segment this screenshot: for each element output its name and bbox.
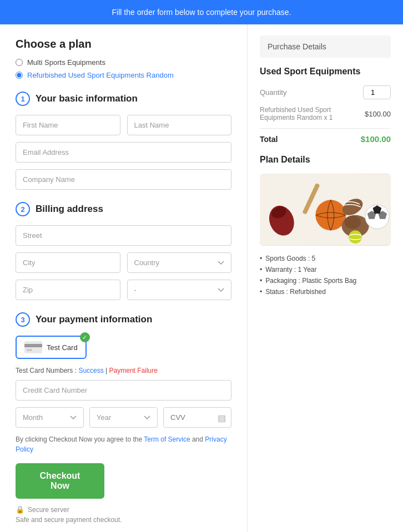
test-card-label: Test Card Numbers : bbox=[16, 367, 77, 374]
banner-text: Fill the order form below to complete yo… bbox=[112, 8, 291, 17]
section-number-1: 1 bbox=[16, 92, 30, 106]
state-select[interactable]: - bbox=[127, 280, 232, 300]
section-title-1: Your basic information bbox=[36, 93, 138, 104]
section-number-2: 2 bbox=[16, 202, 30, 216]
cvv-icon: ▤ bbox=[218, 412, 226, 423]
feature-2: • Packaging : Plastic Sports Bag bbox=[260, 277, 391, 285]
feature-label-2: Packaging : Plastic Sports Bag bbox=[265, 277, 356, 285]
svg-rect-2 bbox=[27, 349, 32, 351]
item-row: Refurbished Used Sport Equipments Random… bbox=[260, 106, 391, 121]
svg-point-7 bbox=[315, 200, 346, 230]
plan-details-title: Plan Details bbox=[260, 155, 391, 165]
cc-number-input[interactable] bbox=[16, 380, 231, 401]
name-row bbox=[16, 115, 231, 135]
svg-rect-1 bbox=[24, 344, 42, 347]
email-input[interactable] bbox=[16, 142, 231, 163]
email-row bbox=[16, 142, 231, 163]
city-country-row: Country bbox=[16, 252, 231, 273]
section-title-3: Your payment information bbox=[36, 314, 152, 325]
feature-label-1: Warranty : 1 Year bbox=[265, 266, 316, 273]
plan-label-refurbished: Refurbished Used Sport Equipments Random bbox=[27, 71, 174, 79]
right-panel: Purchase Details Used Sport Equipments Q… bbox=[248, 24, 403, 532]
product-title: Used Sport Equipments bbox=[260, 67, 391, 77]
plan-radio-multi[interactable] bbox=[16, 59, 23, 66]
total-label: Total bbox=[260, 135, 278, 144]
terms-text: By clicking Checkout Now you agree to th… bbox=[16, 434, 231, 454]
feature-3: • Status : Refurbished bbox=[260, 288, 391, 296]
left-panel: Choose a plan Multi Sports Equipments Re… bbox=[0, 24, 248, 532]
card-icon bbox=[24, 341, 42, 353]
failure-link[interactable]: Payment Failure bbox=[109, 367, 158, 374]
section-number-3: 3 bbox=[16, 312, 30, 327]
card-svg bbox=[24, 341, 42, 353]
total-row: Total $100.00 bbox=[260, 134, 391, 144]
basic-info-header: 1 Your basic information bbox=[16, 92, 231, 106]
card-option-test[interactable]: Test Card ✓ bbox=[16, 336, 87, 359]
plan-option-multi[interactable]: Multi Sports Equipments bbox=[16, 58, 231, 67]
billing-header: 2 Billing address bbox=[16, 202, 231, 216]
cc-number-row bbox=[16, 380, 231, 401]
year-wrapper: Year 2024 2025 2026 2027 2028 bbox=[89, 407, 158, 428]
test-card-info: Test Card Numbers : Success | Payment Fa… bbox=[16, 367, 231, 374]
feature-label-0: Sports Goods : 5 bbox=[265, 255, 315, 262]
main-container: Choose a plan Multi Sports Equipments Re… bbox=[0, 24, 403, 532]
month-wrapper: Month 01 02 03 04 05 06 07 08 09 10 11 1… bbox=[16, 407, 84, 428]
purchase-details-header: Purchase Details bbox=[260, 36, 391, 58]
secure-info: 🔒 Secure server bbox=[16, 505, 231, 514]
item-price: $100.00 bbox=[365, 110, 391, 118]
features-list: • Sports Goods : 5 • Warranty : 1 Year •… bbox=[260, 255, 391, 296]
quantity-row: Quantity bbox=[260, 85, 391, 99]
sports-image bbox=[260, 174, 391, 246]
terms-prefix: By clicking Checkout Now you agree to th… bbox=[16, 435, 144, 443]
street-row bbox=[16, 225, 231, 246]
check-badge: ✓ bbox=[80, 332, 90, 342]
sports-svg bbox=[260, 174, 391, 246]
divider bbox=[260, 128, 391, 129]
choose-plan-title: Choose a plan bbox=[16, 38, 231, 50]
zip-state-row: - bbox=[16, 280, 231, 300]
checkout-button[interactable]: Checkout Now bbox=[16, 463, 104, 499]
tos-link[interactable]: Term of Service bbox=[144, 435, 190, 443]
year-select[interactable]: Year 2024 2025 2026 2027 2028 bbox=[89, 407, 158, 428]
terms-and: and bbox=[192, 435, 205, 443]
company-input[interactable] bbox=[16, 169, 231, 190]
top-banner: Fill the order form below to complete yo… bbox=[0, 0, 403, 24]
plan-label-multi: Multi Sports Equipments bbox=[27, 58, 105, 67]
total-amount: $100.00 bbox=[361, 134, 391, 144]
svg-point-15 bbox=[349, 230, 362, 244]
feature-label-3: Status : Refurbished bbox=[265, 288, 326, 296]
quantity-label: Quantity bbox=[260, 88, 286, 97]
lock-icon: 🔒 bbox=[16, 505, 24, 514]
safe-text: Safe and secure payment checkout. bbox=[16, 516, 231, 524]
card-label: Test Card bbox=[47, 343, 78, 352]
expiry-cvv-row: Month 01 02 03 04 05 06 07 08 09 10 11 1… bbox=[16, 407, 231, 428]
country-select[interactable]: Country bbox=[127, 252, 232, 273]
payment-header: 3 Your payment information bbox=[16, 312, 231, 327]
plan-option-refurbished[interactable]: Refurbished Used Sport Equipments Random bbox=[16, 71, 231, 79]
month-select[interactable]: Month 01 02 03 04 05 06 07 08 09 10 11 1… bbox=[16, 407, 84, 428]
city-input[interactable] bbox=[16, 252, 120, 273]
zip-input[interactable] bbox=[16, 280, 120, 300]
success-link[interactable]: Success bbox=[78, 367, 103, 374]
first-name-input[interactable] bbox=[16, 115, 120, 135]
svg-point-10 bbox=[344, 216, 361, 229]
section-title-2: Billing address bbox=[36, 204, 103, 215]
feature-1: • Warranty : 1 Year bbox=[260, 266, 391, 273]
street-input[interactable] bbox=[16, 225, 231, 246]
plan-radio-refurbished[interactable] bbox=[16, 72, 23, 79]
item-description: Refurbished Used Sport Equipments Random… bbox=[260, 106, 365, 121]
last-name-input[interactable] bbox=[127, 115, 232, 135]
secure-label: Secure server bbox=[28, 506, 69, 514]
cvv-wrapper: ▤ bbox=[163, 407, 231, 428]
company-row bbox=[16, 169, 231, 190]
feature-0: • Sports Goods : 5 bbox=[260, 255, 391, 262]
quantity-input[interactable] bbox=[363, 85, 391, 99]
